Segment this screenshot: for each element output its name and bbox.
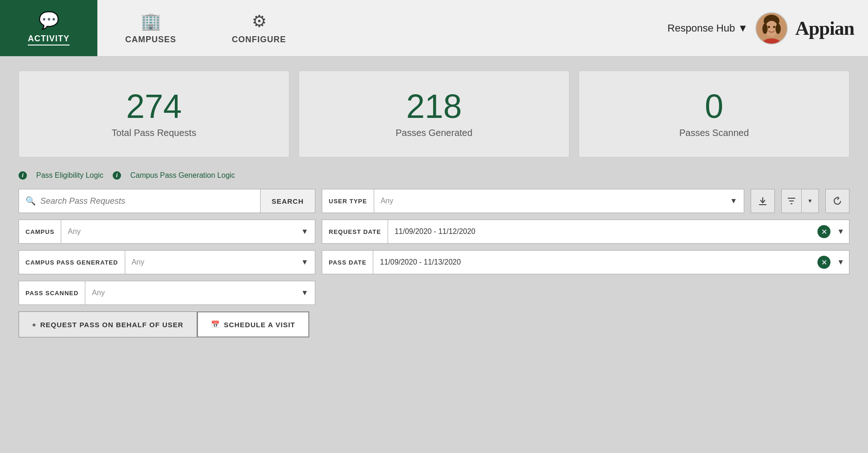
stat-cards: 274 Total Pass Requests 218 Passes Gener… <box>19 71 849 157</box>
response-hub-chevron: ▼ <box>738 22 748 34</box>
response-hub-dropdown[interactable]: Response Hub ▼ <box>668 22 748 34</box>
search-button[interactable]: SEARCH <box>260 189 315 213</box>
nav-item-configure[interactable]: ⚙ CONFIGURE <box>204 0 314 56</box>
campus-label: CAMPUS <box>19 220 61 243</box>
activity-label: ACTIVITY <box>28 34 70 45</box>
avatar <box>755 12 788 45</box>
campus-chevron[interactable]: ▼ <box>294 227 315 236</box>
stat-label-1: Passes Generated <box>396 128 472 138</box>
pass-scanned-chevron[interactable]: ▼ <box>294 289 315 297</box>
download-button[interactable] <box>751 189 775 213</box>
campus-filter[interactable]: CAMPUS Any ▼ <box>19 220 315 244</box>
campus-pass-generated-label: CAMPUS PASS GENERATED <box>19 251 125 274</box>
search-input-wrap: 🔍 <box>19 189 260 213</box>
configure-icon: ⚙ <box>252 12 267 31</box>
request-pass-button[interactable]: + REQUEST PASS ON BEHALF OF USER <box>19 311 197 337</box>
schedule-visit-button[interactable]: 📅 SCHEDULE A VISIT <box>197 311 309 337</box>
pass-date-clear[interactable]: ✕ <box>817 256 830 269</box>
pass-date-filter[interactable]: PASS DATE 11/09/2020 - 11/13/2020 ✕ ▼ <box>322 250 849 274</box>
stat-card-0: 274 Total Pass Requests <box>19 71 289 157</box>
action-buttons-row: + REQUEST PASS ON BEHALF OF USER 📅 SCHED… <box>19 311 849 337</box>
schedule-visit-icon: 📅 <box>211 320 220 329</box>
search-icon: 🔍 <box>26 196 36 206</box>
user-type-value: Any <box>374 197 724 205</box>
pass-eligibility-link[interactable]: Pass Eligibility Logic <box>36 171 103 180</box>
request-date-filter[interactable]: REQUEST DATE 11/09/2020 - 11/12/2020 ✕ ▼ <box>322 220 849 244</box>
request-date-value: 11/09/2020 - 11/12/2020 <box>388 227 817 236</box>
pass-date-label: PASS DATE <box>322 251 373 274</box>
activity-icon: 💬 <box>38 11 59 30</box>
campuses-label: CAMPUSES <box>125 35 176 45</box>
request-date-chevron[interactable]: ▼ <box>832 227 849 236</box>
configure-label: CONFIGURE <box>232 35 286 45</box>
campus-pass-generated-value: Any <box>125 258 295 266</box>
user-type-chevron[interactable]: ▼ <box>723 197 744 205</box>
request-date-label: REQUEST DATE <box>322 220 388 243</box>
pass-eligibility-info-icon[interactable]: i <box>19 171 27 180</box>
nav-item-campuses[interactable]: 🏢 CAMPUSES <box>97 0 204 56</box>
filter-icon-button[interactable] <box>782 189 801 213</box>
header-right: Response Hub ▼ Appi <box>668 0 868 56</box>
stat-label-0: Total Pass Requests <box>112 128 196 138</box>
schedule-visit-label: SCHEDULE A VISIT <box>224 321 295 329</box>
request-pass-icon: + <box>32 321 37 329</box>
campus-value: Any <box>61 227 294 236</box>
user-type-label: USER TYPE <box>322 189 374 213</box>
search-group: 🔍 SEARCH <box>19 189 315 213</box>
filter-row-1: 🔍 SEARCH USER TYPE Any ▼ ▼ <box>19 189 849 213</box>
stat-card-1: 218 Passes Generated <box>299 71 569 157</box>
request-pass-label: REQUEST PASS ON BEHALF OF USER <box>40 321 184 329</box>
pass-date-chevron[interactable]: ▼ <box>832 258 849 266</box>
stat-number-0: 274 <box>126 90 182 123</box>
campuses-icon: 🏢 <box>140 12 161 31</box>
pass-scanned-label: PASS SCANNED <box>19 281 85 304</box>
campus-pass-generation-link[interactable]: Campus Pass Generation Logic <box>130 171 235 180</box>
filter-chevron-button[interactable]: ▼ <box>802 189 818 213</box>
stat-number-2: 0 <box>705 90 723 123</box>
filter-row-2: CAMPUS Any ▼ REQUEST DATE 11/09/2020 - 1… <box>19 220 849 244</box>
svg-point-4 <box>775 23 780 34</box>
campus-pass-info-icon[interactable]: i <box>113 171 121 180</box>
pass-scanned-value: Any <box>85 289 294 297</box>
stat-number-1: 218 <box>406 90 462 123</box>
nav-item-activity[interactable]: 💬 ACTIVITY <box>0 0 97 56</box>
pass-scanned-filter[interactable]: PASS SCANNED Any ▼ <box>19 281 315 305</box>
header: 💬 ACTIVITY 🏢 CAMPUSES ⚙ CONFIGURE Respon… <box>0 0 868 57</box>
logic-links: i Pass Eligibility Logic i Campus Pass G… <box>19 171 849 180</box>
search-input[interactable] <box>40 196 254 206</box>
user-type-filter[interactable]: USER TYPE Any ▼ <box>322 189 744 213</box>
campus-pass-generated-filter[interactable]: CAMPUS PASS GENERATED Any ▼ <box>19 250 315 274</box>
filter-row-3: CAMPUS PASS GENERATED Any ▼ PASS DATE 11… <box>19 250 849 274</box>
filters-section: 🔍 SEARCH USER TYPE Any ▼ ▼ <box>19 189 849 305</box>
stat-label-2: Passes Scanned <box>679 128 749 138</box>
refresh-button[interactable] <box>825 189 849 213</box>
stat-card-2: 0 Passes Scanned <box>579 71 849 157</box>
filter-button-group: ▼ <box>781 189 819 213</box>
request-date-clear[interactable]: ✕ <box>817 225 830 238</box>
campus-pass-generated-chevron[interactable]: ▼ <box>294 258 315 266</box>
svg-point-5 <box>768 26 770 28</box>
response-hub-label: Response Hub <box>668 22 735 34</box>
brand-logo: Appian <box>795 17 854 39</box>
svg-point-6 <box>773 26 775 28</box>
pass-date-value: 11/09/2020 - 11/13/2020 <box>373 258 817 266</box>
main-content: 274 Total Pass Requests 218 Passes Gener… <box>0 57 868 351</box>
filter-row-4: PASS SCANNED Any ▼ <box>19 281 849 305</box>
svg-point-3 <box>762 23 767 34</box>
